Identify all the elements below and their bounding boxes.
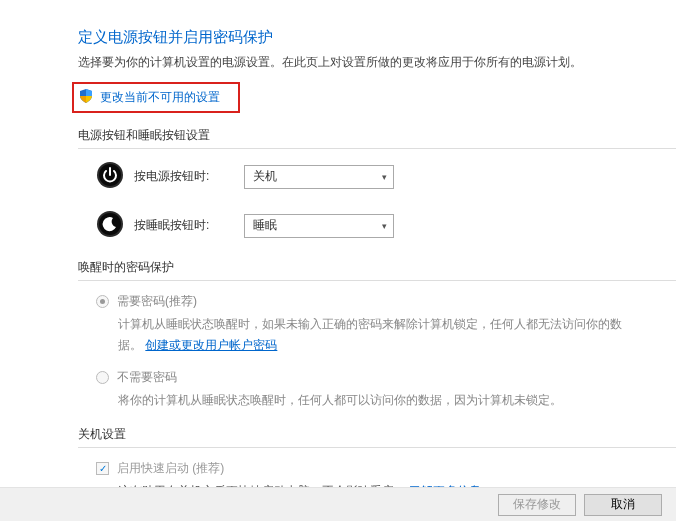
shield-icon bbox=[78, 88, 94, 107]
highlight-box: 更改当前不可用的设置 bbox=[72, 82, 240, 113]
power-button-row: 按电源按钮时: 关机 ▾ bbox=[96, 161, 676, 192]
power-button-value: 关机 bbox=[253, 168, 277, 185]
chevron-down-icon: ▾ bbox=[382, 172, 387, 182]
radio-icon[interactable] bbox=[96, 295, 109, 308]
checkbox-icon[interactable]: ✓ bbox=[96, 462, 109, 475]
section-password-header: 唤醒时的密码保护 bbox=[78, 259, 676, 281]
moon-icon bbox=[96, 210, 124, 241]
no-password-option: 不需要密码 将你的计算机从睡眠状态唤醒时，任何人都可以访问你的数据，因为计算机未… bbox=[96, 369, 676, 410]
no-password-desc: 将你的计算机从睡眠状态唤醒时，任何人都可以访问你的数据，因为计算机未锁定。 bbox=[118, 390, 638, 410]
change-unavailable-label: 更改当前不可用的设置 bbox=[100, 89, 220, 106]
power-icon bbox=[96, 161, 124, 192]
sleep-button-label: 按睡眠按钮时: bbox=[134, 217, 244, 234]
chevron-down-icon: ▾ bbox=[382, 221, 387, 231]
power-button-label: 按电源按钮时: bbox=[134, 168, 244, 185]
require-password-label: 需要密码(推荐) bbox=[117, 293, 197, 310]
page-title: 定义电源按钮并启用密码保护 bbox=[78, 28, 676, 47]
no-password-label: 不需要密码 bbox=[117, 369, 177, 386]
section-shutdown-header: 关机设置 bbox=[78, 426, 676, 448]
radio-icon[interactable] bbox=[96, 371, 109, 384]
require-password-option: 需要密码(推荐) 计算机从睡眠状态唤醒时，如果未输入正确的密码来解除计算机锁定，… bbox=[96, 293, 676, 355]
footer-bar: 保存修改 取消 bbox=[0, 487, 676, 521]
save-button[interactable]: 保存修改 bbox=[498, 494, 576, 516]
sleep-button-value: 睡眠 bbox=[253, 217, 277, 234]
create-password-link[interactable]: 创建或更改用户帐户密码 bbox=[145, 338, 277, 352]
page-subtitle: 选择要为你的计算机设置的电源设置。在此页上对设置所做的更改将应用于你所有的电源计… bbox=[78, 53, 676, 72]
change-unavailable-link[interactable]: 更改当前不可用的设置 bbox=[78, 88, 220, 107]
sleep-button-dropdown[interactable]: 睡眠 ▾ bbox=[244, 214, 394, 238]
power-button-dropdown[interactable]: 关机 ▾ bbox=[244, 165, 394, 189]
sleep-button-row: 按睡眠按钮时: 睡眠 ▾ bbox=[96, 210, 676, 241]
require-password-desc: 计算机从睡眠状态唤醒时，如果未输入正确的密码来解除计算机锁定，任何人都无法访问你… bbox=[118, 314, 638, 355]
cancel-button[interactable]: 取消 bbox=[584, 494, 662, 516]
fast-startup-label: 启用快速启动 (推荐) bbox=[117, 460, 224, 477]
section-buttons-header: 电源按钮和睡眠按钮设置 bbox=[78, 127, 676, 149]
